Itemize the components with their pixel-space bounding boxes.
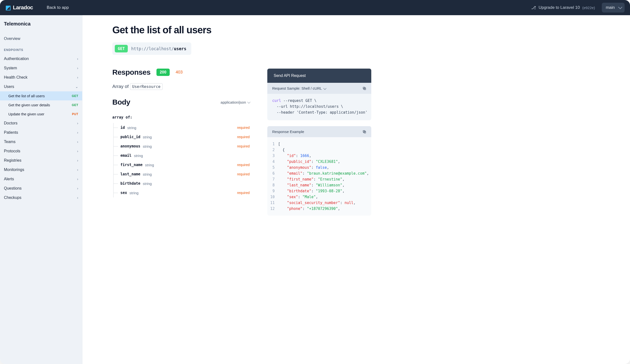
field-type: string — [143, 135, 152, 139]
resource-badge: UserResource — [130, 83, 163, 90]
line-number: 1 — [267, 141, 278, 147]
right-panel: Send API Request Request Sample: Shell /… — [267, 24, 371, 354]
responses-heading: Responses — [112, 68, 150, 76]
field-type: string — [143, 144, 152, 149]
field-name: birthdate — [114, 181, 140, 186]
upgrade-banner[interactable]: ⎇ Upgrade to Laravel 10 (e922e) — [531, 5, 595, 10]
request-sample-code: curl --request GET \ --url http://localh… — [267, 94, 371, 120]
field-type: string — [143, 172, 152, 176]
branch-name: main — [606, 5, 615, 10]
chevron-right-icon: › — [77, 140, 78, 144]
chevron-right-icon: › — [77, 121, 78, 125]
json-line: 6 "email": "braun.katrine@example.com", — [267, 171, 371, 176]
field-row: first_namestringrequired — [114, 160, 250, 170]
sidebar-group-label: Questions — [4, 186, 22, 190]
sidebar-endpoint-item[interactable]: Update the given userPUT — [0, 110, 82, 119]
chevron-right-icon: › — [77, 159, 78, 163]
line-number: 9 — [267, 188, 278, 194]
sidebar-group-label: Registries — [4, 158, 21, 163]
sidebar-group[interactable]: Monitorings› — [0, 165, 82, 175]
request-sample-header[interactable]: Request Sample: Shell / cURL — [267, 83, 371, 94]
response-example-code: 1[2 {3 "id": 1666,4 "public_id": "CXLE36… — [267, 137, 371, 215]
required-badge: required — [237, 191, 250, 195]
required-badge: required — [237, 144, 250, 148]
chevron-right-icon: › — [77, 168, 78, 172]
sidebar-group-label: Users — [4, 84, 14, 89]
copy-icon[interactable] — [362, 86, 366, 90]
sidebar-endpoint-item[interactable]: Get the list of all usersGET — [0, 91, 82, 100]
content-type-selector[interactable]: application/json — [221, 100, 250, 104]
logo-mark-icon: ◩ — [6, 4, 11, 11]
chevron-right-icon: › — [77, 66, 78, 70]
json-code: { — [278, 147, 285, 153]
sidebar-endpoint-label: Get the list of all users — [8, 94, 45, 98]
sidebar-group[interactable]: System› — [0, 63, 82, 73]
body-heading: Body — [112, 98, 130, 106]
json-line: 7 "first_name": "Ernestine", — [267, 176, 371, 182]
json-code: "email": "braun.katrine@example.com", — [278, 171, 369, 176]
sidebar-group[interactable]: Patients› — [0, 128, 82, 137]
field-row: sexstringrequired — [114, 188, 250, 197]
upgrade-hash: (e922e) — [582, 6, 595, 10]
line-number: 3 — [267, 153, 278, 159]
field-name: sex — [114, 190, 127, 195]
sidebar-group-label: Doctors — [4, 121, 18, 125]
method-badge: PUT — [72, 112, 78, 116]
send-api-request-button[interactable]: Send API Request — [267, 69, 371, 83]
json-line: 12 "phone": "+18707296390", — [267, 206, 371, 212]
sidebar-group[interactable]: Checkups› — [0, 193, 82, 202]
topbar: ◩ Laradoc Back to app ⎇ Upgrade to Larav… — [0, 0, 630, 15]
json-code: "sex": "Male", — [278, 194, 318, 200]
json-code: "last_name": "Williamson", — [278, 182, 344, 188]
sidebar-group-label: Alerts — [4, 177, 14, 181]
json-code: "anonymous": false, — [278, 165, 329, 171]
chevron-down-icon: ⌄ — [75, 85, 78, 89]
chevron-right-icon: › — [77, 196, 78, 200]
sidebar-group[interactable]: Alerts› — [0, 175, 82, 184]
main-content: Get the list of all users GET http://loc… — [82, 15, 630, 364]
sidebar-group[interactable]: Protocols› — [0, 147, 82, 156]
nav-overview[interactable]: Overview — [0, 34, 82, 43]
line-number: 8 — [267, 182, 278, 188]
sidebar-group[interactable]: Teams› — [0, 137, 82, 147]
sidebar-group[interactable]: Health Check› — [0, 73, 82, 82]
field-type: string — [145, 163, 154, 167]
chevron-right-icon: › — [77, 75, 78, 79]
sidebar-group[interactable]: Doctors› — [0, 119, 82, 128]
sidebar-endpoint-item[interactable]: Get the given user detailsGET — [0, 100, 82, 110]
field-type: string — [134, 154, 143, 158]
back-to-app-link[interactable]: Back to app — [47, 5, 69, 10]
line-number: 11 — [267, 200, 278, 206]
chevron-right-icon: › — [77, 131, 78, 135]
field-type: string — [143, 182, 152, 186]
json-code: "public_id": "CXLE3681", — [278, 159, 340, 165]
line-number: 4 — [267, 159, 278, 165]
field-name: id — [114, 125, 125, 130]
json-line: 10 "sex": "Male", — [267, 194, 371, 200]
sidebar-group[interactable]: Registries› — [0, 156, 82, 165]
chevron-right-icon: › — [77, 186, 78, 190]
json-code: "id": 1666, — [278, 153, 311, 159]
json-code: "birthdate": "1993-08-28", — [278, 188, 344, 194]
field-row: public_idstringrequired — [114, 132, 250, 142]
status-200-tab[interactable]: 200 — [156, 69, 170, 76]
line-number: 10 — [267, 194, 278, 200]
required-badge: required — [237, 163, 250, 167]
sidebar-group[interactable]: Questions› — [0, 184, 82, 193]
sidebar-group[interactable]: Authentication› — [0, 54, 82, 63]
json-line: 5 "anonymous": false, — [267, 165, 371, 171]
response-example-header: Response Example — [267, 126, 371, 137]
sidebar-group[interactable]: Users⌄ — [0, 82, 82, 91]
json-line: 4 "public_id": "CXLE3681", — [267, 159, 371, 165]
endpoints-section-label: ENDPOINTS — [0, 43, 82, 54]
required-badge: required — [237, 126, 250, 130]
line-number: 5 — [267, 165, 278, 171]
status-403-tab[interactable]: 403 — [176, 70, 182, 75]
branch-selector[interactable]: main — [602, 3, 624, 12]
sidebar-group-label: Authentication — [4, 57, 29, 61]
logo[interactable]: ◩ Laradoc — [6, 4, 33, 11]
copy-icon[interactable] — [362, 130, 366, 134]
field-name: first_name — [114, 163, 142, 167]
json-line: 1[ — [267, 141, 371, 147]
sidebar-group-label: Monitorings — [4, 168, 24, 172]
